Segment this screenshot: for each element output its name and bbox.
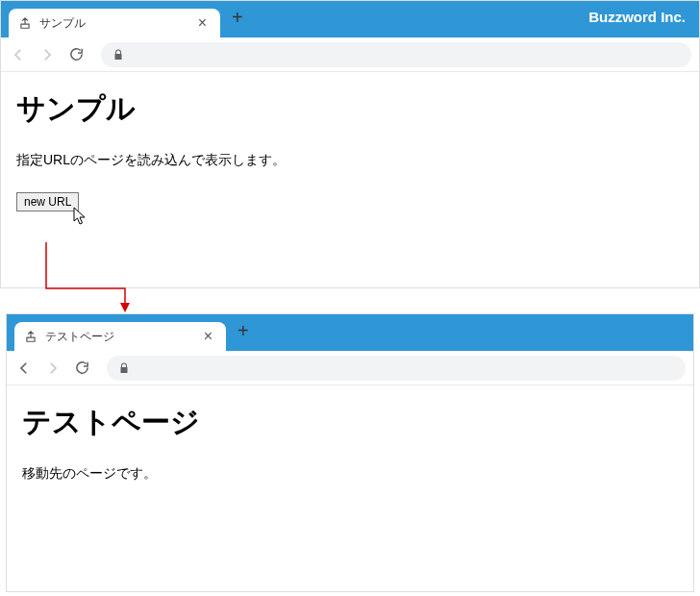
page-content: サンプル 指定URLのページを読み込んで表示します。 new URL <box>1 72 699 229</box>
tab-close-icon[interactable]: × <box>200 329 216 344</box>
page-favicon-icon <box>24 330 38 343</box>
active-tab[interactable]: サンプル × <box>9 9 220 37</box>
page-paragraph: 移動先のページです。 <box>22 465 678 483</box>
new-tab-button[interactable]: + <box>226 320 261 346</box>
reload-button[interactable] <box>66 45 86 64</box>
tab-close-icon[interactable]: × <box>194 15 211 31</box>
reload-button[interactable] <box>72 359 91 378</box>
lock-icon <box>112 49 124 61</box>
address-bar[interactable] <box>101 42 691 67</box>
browser-window-after: テストページ × + テストページ 移動先のページです。 <box>6 313 694 592</box>
brand-label: Buzzword Inc. <box>588 9 686 25</box>
page-paragraph: 指定URLのページを読み込んで表示します。 <box>16 152 684 169</box>
address-bar[interactable] <box>107 356 686 381</box>
cursor-icon <box>73 207 88 226</box>
page-favicon-icon <box>18 16 32 30</box>
page-content: テストページ 移動先のページです。 <box>7 385 693 523</box>
back-button[interactable] <box>14 359 34 378</box>
active-tab[interactable]: テストページ × <box>14 322 226 351</box>
lock-icon <box>118 362 130 374</box>
button-label: new URL <box>24 195 71 209</box>
tab-title: テストページ <box>45 329 200 345</box>
new-url-button[interactable]: new URL <box>16 192 79 211</box>
new-tab-button[interactable]: + <box>220 7 255 33</box>
toolbar <box>7 351 693 385</box>
page-heading: テストページ <box>22 403 678 442</box>
toolbar <box>1 37 699 72</box>
titlebar: サンプル × + Buzzword Inc. <box>1 1 699 37</box>
tab-title: サンプル <box>39 15 194 32</box>
forward-button[interactable] <box>38 45 57 64</box>
titlebar: テストページ × + <box>7 314 693 351</box>
back-button[interactable] <box>9 45 28 64</box>
page-heading: サンプル <box>16 89 684 129</box>
forward-button[interactable] <box>43 359 62 378</box>
transition-arrow-icon <box>40 242 137 319</box>
